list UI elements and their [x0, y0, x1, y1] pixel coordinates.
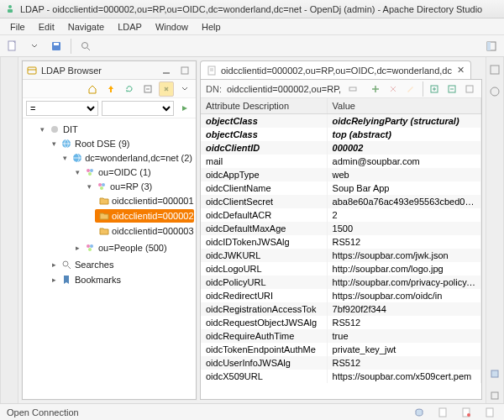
table-row[interactable]: oidcRedirectURIhttps://soupbar.com/oidc/…	[201, 289, 481, 302]
table-row[interactable]: oidcRegistrationAccessTok7bf920f2f344	[201, 302, 481, 316]
refresh-icon[interactable]	[122, 81, 137, 97]
up-icon[interactable]	[103, 81, 118, 97]
search-log-trim-icon[interactable]	[482, 405, 497, 420]
tree-people[interactable]: ▸ou=People (500)	[71, 241, 194, 255]
link-icon[interactable]	[159, 81, 174, 97]
menu-file[interactable]: File	[3, 20, 32, 34]
modification-logs-trim-icon[interactable]	[435, 405, 450, 420]
tree-rp[interactable]: ▾ou=RP (3)	[83, 180, 194, 193]
tree-client-3[interactable]: oidcclientid=000003	[95, 224, 194, 238]
table-row[interactable]: oidcClientSecretaba8e60a76ac493e95563cbe…	[201, 195, 481, 208]
value-cell: web	[327, 168, 480, 181]
filter-attr-select[interactable]: =	[26, 101, 98, 116]
search-logs-trim-icon[interactable]	[487, 388, 502, 403]
expand-all-icon[interactable]	[428, 81, 441, 97]
svg-point-18	[87, 169, 90, 172]
svg-rect-42	[439, 408, 446, 417]
dn-expand-icon[interactable]	[346, 81, 359, 97]
connections-trim-icon[interactable]	[412, 405, 427, 420]
filter-val-select[interactable]	[102, 101, 174, 116]
tree-client-1[interactable]: oidcclientid=000001	[95, 194, 194, 207]
collapse-icon[interactable]	[140, 81, 155, 97]
minimize-icon[interactable]	[159, 63, 174, 78]
svg-point-26	[88, 248, 92, 251]
folder-icon	[99, 210, 109, 222]
quickfilter-icon[interactable]	[464, 81, 476, 97]
new-dropdown[interactable]	[27, 39, 42, 54]
svg-point-23	[100, 186, 103, 190]
new-button[interactable]	[5, 39, 20, 54]
value-cell: http://soupbar.com/logo.jpg	[327, 262, 480, 276]
menu-edit[interactable]: Edit	[32, 20, 61, 34]
menubar: File Edit Navigate LDAP Window Help	[0, 18, 504, 35]
svg-point-38	[491, 87, 499, 96]
delete-attr-icon[interactable]	[386, 81, 399, 97]
editor-body: DN: oidcclientid=000002,ou=RP,	[200, 79, 482, 400]
close-tab-icon[interactable]: ✕	[455, 66, 465, 76]
value-cell: RS512	[327, 235, 480, 249]
tree-dc[interactable]: ▾dc=wonderland,dc=net (2)	[60, 151, 194, 165]
view-menu-icon[interactable]	[177, 81, 192, 97]
tree-root-dse[interactable]: ▾Root DSE (9)	[48, 137, 194, 150]
main-toolbar	[0, 35, 504, 57]
table-row[interactable]: oidcX509URLhttps://soupbar.com/x509cert.…	[201, 370, 481, 383]
svg-point-15	[51, 126, 58, 133]
progress-trim-icon[interactable]	[487, 84, 502, 99]
attr-cell: oidcAppType	[201, 168, 327, 181]
menu-ldap[interactable]: LDAP	[111, 20, 149, 34]
modifications-trim-icon[interactable]	[487, 366, 502, 381]
error-log-trim-icon[interactable]	[459, 405, 474, 420]
maximize-icon[interactable]	[177, 63, 192, 78]
menu-window[interactable]: Window	[149, 20, 195, 34]
attribute-table: Attribute Description Value objectClasso…	[201, 98, 481, 383]
separator	[423, 81, 423, 97]
save-button[interactable]	[49, 39, 64, 54]
folder-icon	[99, 195, 109, 207]
modify-icon[interactable]	[405, 81, 417, 97]
col-val[interactable]: Value	[327, 98, 480, 114]
menu-navigate[interactable]: Navigate	[61, 20, 111, 34]
search-button[interactable]	[78, 39, 93, 54]
perspective-button[interactable]	[484, 39, 499, 54]
table-row[interactable]: oidcClientID000002	[201, 141, 481, 155]
value-cell: http://soupbar.com/privacy-policy.html	[327, 276, 480, 289]
table-row[interactable]: oidcTokenEndpointAuthMeprivate_key_jwt	[201, 343, 481, 356]
table-row[interactable]: oidcUserInfoJWSAlgRS512	[201, 356, 481, 370]
table-row[interactable]: oidcLogoURLhttp://soupbar.com/logo.jpg	[201, 262, 481, 276]
table-row[interactable]: oidcJWKURLhttps://soupbar.com/jwk.json	[201, 249, 481, 262]
table-row[interactable]: oidcIDTokenJWSAlgRS512	[201, 235, 481, 249]
attribute-table-wrap[interactable]: Attribute Description Value objectClasso…	[201, 98, 481, 399]
ldap-tree[interactable]: ▾DIT ▾Root DSE (9) ▾dc=wonderland,dc=net…	[23, 118, 196, 399]
home-icon[interactable]	[85, 81, 100, 97]
table-row[interactable]: oidcRequireAuthTimetrue	[201, 329, 481, 343]
svg-point-24	[87, 244, 90, 248]
table-row[interactable]: oidcDefaultACR2	[201, 208, 481, 222]
table-row[interactable]: oidcRequestObjectJWSAlgRS512	[201, 316, 481, 329]
attr-cell: oidcDefaultACR	[201, 208, 327, 222]
filter-go-icon[interactable]	[177, 101, 192, 116]
col-attr[interactable]: Attribute Description	[201, 98, 327, 114]
table-row[interactable]: objectClassoidcRelyingParty (structural)	[201, 114, 481, 129]
svg-point-25	[90, 244, 93, 248]
tree-dit[interactable]: ▾DIT	[36, 123, 194, 136]
table-row[interactable]: mailadmin@soupbar.com	[201, 155, 481, 168]
outline-trim-icon[interactable]	[487, 62, 502, 77]
collapse-all-icon[interactable]	[446, 81, 459, 97]
attr-cell: oidcClientSecret	[201, 195, 327, 208]
tree-bookmarks[interactable]: ▸Bookmarks	[48, 273, 194, 286]
table-row[interactable]: objectClasstop (abstract)	[201, 128, 481, 141]
tree-client-2[interactable]: oidcclientid=000002	[95, 209, 194, 223]
table-row[interactable]: oidcPolicyURLhttp://soupbar.com/privacy-…	[201, 276, 481, 289]
attr-cell: oidcIDTokenJWSAlg	[201, 235, 327, 249]
editor-tab[interactable]: oidcclientid=000002,ou=RP,ou=OIDC,dc=won…	[200, 60, 471, 79]
menu-help[interactable]: Help	[195, 20, 228, 34]
right-trim	[486, 57, 504, 403]
svg-point-22	[102, 183, 105, 186]
tree-searches[interactable]: ▸Searches	[48, 258, 194, 271]
tree-oidc[interactable]: ▾ou=OIDC (1)	[71, 165, 194, 179]
app-icon	[5, 4, 15, 14]
table-row[interactable]: oidcDefaultMaxAge1500	[201, 222, 481, 235]
table-row[interactable]: oidcAppTypeweb	[201, 168, 481, 181]
new-attr-icon[interactable]	[369, 81, 381, 97]
table-row[interactable]: oidcClientNameSoup Bar App	[201, 181, 481, 195]
